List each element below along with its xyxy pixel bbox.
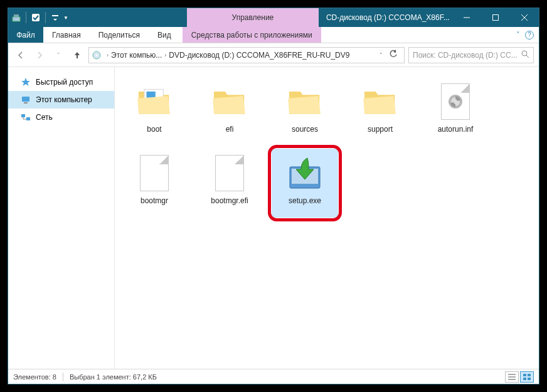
minimize-button[interactable] <box>452 8 481 27</box>
svg-rect-15 <box>26 117 30 120</box>
pc-icon <box>21 95 31 105</box>
svg-rect-27 <box>523 378 526 380</box>
titlebar: ▼ Управление CD-дисковод (D:) CCCOMA_X86… <box>8 8 539 27</box>
chevron-right-icon[interactable]: › <box>104 52 111 58</box>
star-icon <box>21 77 31 87</box>
setup-exe-icon <box>285 151 325 195</box>
search-icon <box>521 50 529 60</box>
svg-rect-0 <box>13 17 20 21</box>
nav-back-button[interactable] <box>13 48 28 63</box>
breadcrumb-seg-2[interactable]: DVD-дисковод (D:) CCCOMA_X86FRE_RU-RU_DV… <box>169 51 349 60</box>
file-view[interactable]: boot efi sources support <box>115 67 539 369</box>
view-icons-button[interactable] <box>520 371 534 383</box>
nav-history-dropdown[interactable]: ˅ <box>51 48 66 63</box>
file-label: autorun.inf <box>438 125 474 134</box>
nav-forward-button[interactable] <box>32 48 47 63</box>
inf-file-icon <box>435 80 475 124</box>
svg-rect-28 <box>528 378 531 380</box>
svg-point-9 <box>96 54 98 56</box>
address-bar: ˅ › Этот компью... › DVD-дисковод (D:) C… <box>8 43 539 67</box>
sidebar-item-network[interactable]: Сеть <box>8 109 114 126</box>
status-bar: Элементов: 8 Выбран 1 элемент: 67,2 КБ <box>8 369 539 384</box>
file-label: boot <box>147 125 161 134</box>
ribbon-tab-home[interactable]: Главная <box>43 27 90 43</box>
status-item-count: Элементов: 8 <box>13 373 56 381</box>
file-item[interactable]: autorun.inf <box>422 77 489 146</box>
sidebar-item-thispc[interactable]: Этот компьютер <box>8 91 114 109</box>
file-label: setup.exe <box>289 196 321 205</box>
ribbon-tab-view[interactable]: Вид <box>149 27 180 43</box>
folder-icon <box>134 80 174 124</box>
folder-icon <box>210 80 250 124</box>
svg-rect-2 <box>32 14 40 21</box>
close-button[interactable] <box>510 8 539 27</box>
network-icon <box>21 112 31 122</box>
window-title: CD-дисковод (D:) CCCOMA_X86F... <box>319 8 452 27</box>
svg-rect-1 <box>14 14 19 17</box>
qat-dropdown-icon[interactable] <box>50 12 61 23</box>
refresh-icon[interactable] <box>389 50 398 60</box>
nav-up-button[interactable] <box>70 48 85 63</box>
breadcrumb-seg-1[interactable]: Этот компью... <box>111 51 162 60</box>
ribbon-file-tab[interactable]: Файл <box>8 27 43 43</box>
svg-line-11 <box>526 55 529 58</box>
drive-icon <box>92 50 102 60</box>
file-item[interactable]: bootmgr <box>121 149 188 218</box>
file-item[interactable]: bootmgr.efi <box>196 149 263 218</box>
window-controls <box>452 8 539 27</box>
svg-rect-26 <box>528 374 531 376</box>
body: Быстрый доступ Этот компьютер Сеть <box>8 67 539 369</box>
svg-rect-14 <box>21 114 25 117</box>
sidebar-item-quickaccess[interactable]: Быстрый доступ <box>8 73 114 91</box>
file-label: bootmgr.efi <box>211 196 248 205</box>
file-item[interactable]: boot <box>121 77 188 146</box>
file-label: efi <box>226 125 234 134</box>
svg-point-10 <box>522 51 527 56</box>
quick-access-toolbar: ▼ <box>8 8 71 27</box>
explorer-window: ▼ Управление CD-дисковод (D:) CCCOMA_X86… <box>8 8 539 384</box>
file-label: bootmgr <box>141 196 168 205</box>
ribbon-tab-share[interactable]: Поделиться <box>90 27 149 43</box>
file-item[interactable]: efi <box>196 77 263 146</box>
view-details-button[interactable] <box>505 371 519 383</box>
ribbon-expand-icon[interactable]: ˅ <box>516 31 520 39</box>
context-tab-label: Управление <box>187 8 319 27</box>
file-item[interactable]: sources <box>272 77 338 146</box>
ribbon-help-icon[interactable]: ? <box>525 31 534 40</box>
qat-checkbox-icon[interactable] <box>30 12 41 23</box>
chevron-right-icon[interactable]: › <box>162 52 169 58</box>
svg-rect-3 <box>52 15 58 16</box>
svg-rect-5 <box>493 15 499 21</box>
blank-file-icon <box>134 151 174 195</box>
sidebar-item-label: Быстрый доступ <box>36 78 93 87</box>
file-label: support <box>368 125 393 134</box>
status-selection: Выбран 1 элемент: 67,2 КБ <box>70 373 157 381</box>
folder-icon <box>360 80 400 124</box>
file-item[interactable]: support <box>347 77 413 146</box>
app-icon <box>11 12 22 23</box>
search-placeholder: Поиск: CD-дисковод (D:) CC... <box>413 51 521 60</box>
svg-rect-12 <box>22 97 29 102</box>
qat-overflow-icon[interactable]: ▼ <box>63 15 68 21</box>
folder-icon <box>285 80 325 124</box>
breadcrumb[interactable]: › Этот компью... › DVD-дисковод (D:) CCC… <box>88 47 405 63</box>
sidebar-item-label: Сеть <box>36 113 53 122</box>
breadcrumb-dropdown-icon[interactable]: ˅ <box>380 52 383 58</box>
ribbon: Файл Главная Поделиться Вид Средства раб… <box>8 27 539 43</box>
file-item-setup[interactable]: setup.exe <box>272 149 338 218</box>
sidebar-item-label: Этот компьютер <box>36 95 92 104</box>
svg-rect-25 <box>523 374 526 376</box>
nav-pane: Быстрый доступ Этот компьютер Сеть <box>8 67 115 369</box>
blank-file-icon <box>210 151 250 195</box>
svg-rect-13 <box>24 102 28 103</box>
file-label: sources <box>292 125 318 134</box>
search-input[interactable]: Поиск: CD-дисковод (D:) CC... <box>408 47 534 63</box>
maximize-button[interactable] <box>481 8 510 27</box>
ribbon-tab-context[interactable]: Средства работы с приложениями <box>183 27 321 43</box>
